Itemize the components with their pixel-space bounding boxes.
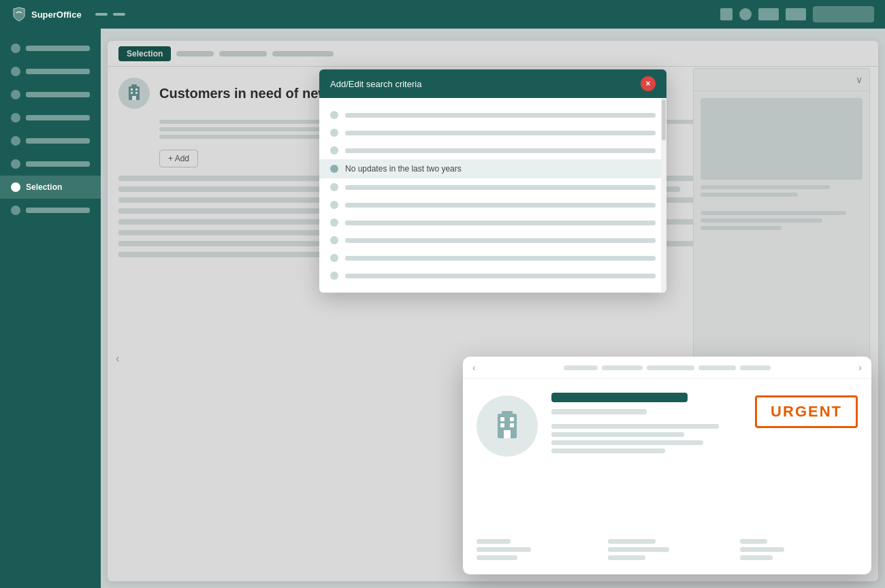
floating-card-body: URGENT [463,379,871,539]
floating-card: ‹ › [463,357,871,574]
fc-bottom-bar-8 [740,547,784,552]
fc-bottom-bars [463,539,871,574]
fc-bottom-bar-2 [477,547,531,552]
main-layout: Selection Selection [0,29,885,588]
modal-item-bar-6 [345,203,656,208]
sidebar-label-contacts [26,92,90,97]
nav-dot-2 [113,13,125,16]
sidebar-dot-sales [11,136,20,146]
fc-bottom-bar-3 [477,555,517,560]
sidebar-dot-dashboard [11,44,20,53]
modal-item-bar-1 [345,113,656,118]
fc-prev-arrow[interactable]: ‹ [472,362,476,373]
modal-item-dot-5 [330,183,338,191]
modal-list-item-4-highlighted[interactable]: No updates in the last two years [319,159,666,178]
fc-info-bar-1 [551,424,719,429]
sidebar-dot-projects [11,159,20,169]
sidebar-item-companies[interactable] [0,60,101,83]
modal-item-bar-8 [345,238,656,243]
modal-item-bar-5 [345,185,656,190]
modal-item-bar-3 [345,148,656,153]
sidebar-dot-contacts [11,90,20,99]
modal-item-bar-10 [345,274,656,278]
fc-title-bar [551,393,688,402]
modal-list-item-5[interactable] [319,178,666,196]
modal-list-item-6[interactable] [319,196,666,214]
fc-next-arrow[interactable]: › [858,362,862,373]
nav-circle-icon[interactable] [739,8,752,20]
sidebar-item-selection[interactable]: Selection [0,176,101,199]
fc-info-bar-3 [551,440,703,445]
modal-list-item-1[interactable] [319,106,666,124]
sidebar-label-sales [26,138,90,144]
svg-rect-10 [500,423,504,427]
fc-pill-3 [647,365,694,370]
modal-item-dot-10 [330,272,338,280]
add-edit-criteria-modal: Add/Edit search criteria × [319,69,666,293]
modal-close-button[interactable]: × [641,76,656,91]
nav-menu-dots [95,13,125,16]
fc-nav-pills [481,365,854,370]
svg-rect-11 [510,423,514,427]
fc-bottom-col-2 [608,539,726,564]
fc-pill-4 [698,365,736,370]
modal-list-item-9[interactable] [319,249,666,267]
modal-item-dot-1 [330,111,338,119]
nav-window-icon[interactable] [720,8,733,20]
modal-list-item-3[interactable] [319,142,666,159]
modal-body: No updates in the last two years [319,98,666,293]
nav-right-controls [720,6,874,22]
fc-bottom-col-3 [740,539,858,564]
sidebar-label-reports [26,208,90,213]
fc-building-circle [477,395,538,457]
superoffice-logo-icon [11,6,27,22]
fc-bottom-col-1 [477,539,594,564]
fc-icon-area [477,393,538,525]
svg-rect-9 [510,417,514,421]
sidebar-item-reports[interactable] [0,199,101,222]
modal-item-bar-7 [345,220,656,225]
top-navigation: SuperOffice [0,0,885,29]
fc-bottom-bar-4 [608,539,656,544]
fc-bottom-bar-1 [477,539,511,544]
fc-info-bar-2 [551,432,684,437]
sidebar-label-projects [26,161,90,167]
modal-list-item-2[interactable] [319,124,666,142]
sidebar-item-sales[interactable] [0,129,101,152]
sidebar: Selection [0,29,101,588]
modal-header: Add/Edit search criteria × [319,69,666,98]
fc-sub-bar [551,409,647,414]
svg-rect-8 [500,417,504,421]
modal-list-item-8[interactable] [319,231,666,249]
sidebar-label-activities [26,115,90,120]
modal-scrollbar[interactable] [661,98,666,293]
svg-rect-12 [504,430,511,438]
fc-pill-5 [740,365,771,370]
fc-urgent-badge: URGENT [755,395,858,428]
modal-list-item-10[interactable] [319,267,666,284]
sidebar-dot-activities [11,113,20,122]
modal-list-item-7[interactable] [319,214,666,231]
sidebar-label-companies [26,69,90,74]
fc-info [551,393,741,525]
modal-scrollbar-thumb [662,99,666,140]
nav-rect2-icon[interactable] [786,8,806,20]
modal-item-dot-3 [330,146,338,154]
nav-rect-icon[interactable] [758,8,779,20]
nav-user-area[interactable] [813,6,874,22]
sidebar-item-dashboard[interactable] [0,37,101,60]
sidebar-item-projects[interactable] [0,152,101,176]
modal-item-dot-8 [330,236,338,244]
fc-building-svg [489,408,525,444]
sidebar-dot-companies [11,67,20,76]
fc-bottom-bar-6 [608,555,645,560]
fc-pill-2 [602,365,643,370]
modal-item-dot-2 [330,129,338,137]
app-logo[interactable]: SuperOffice [11,6,82,22]
sidebar-item-activities[interactable] [0,106,101,129]
modal-item-dot-6 [330,201,338,209]
sidebar-item-contacts[interactable] [0,83,101,106]
fc-info-bar-4 [551,448,665,453]
floating-card-nav: ‹ › [463,357,871,379]
sidebar-label-selection: Selection [26,182,62,192]
